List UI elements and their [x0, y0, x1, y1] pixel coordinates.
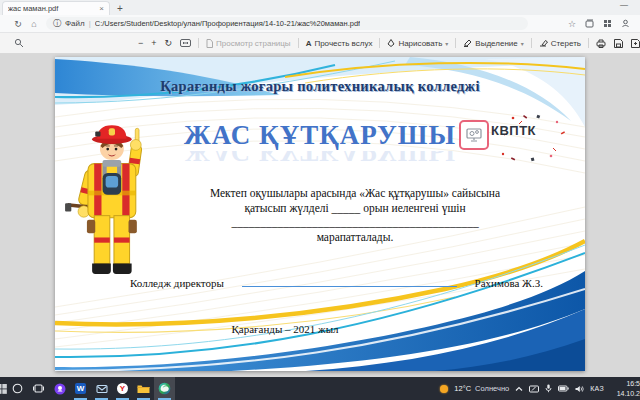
print-button[interactable] [592, 39, 610, 48]
weather-sun-icon[interactable] [440, 385, 448, 393]
read-aloud-icon: A [306, 39, 312, 48]
read-aloud-button[interactable]: A Прочесть вслух [302, 39, 377, 48]
tab-close-icon[interactable]: × [99, 5, 104, 13]
pdf-toolbar: − + ↻ Просмотр страницы A Прочесть вслух… [0, 33, 640, 54]
tab-pdf[interactable]: жас маман.pdf × [2, 1, 110, 15]
volume-icon[interactable] [575, 385, 584, 393]
battery-icon[interactable] [558, 385, 569, 392]
zoom-in-button[interactable]: + [147, 38, 160, 48]
certificate-footer: Қарағанды – 2021 жыл [55, 323, 515, 335]
college-title: Қарағанды жоғары политехникалық колледжі [55, 78, 585, 95]
yandex-taskbar-icon[interactable]: Y [112, 377, 133, 400]
clock-time: 16:5 [626, 380, 640, 387]
save-as-button[interactable] [627, 39, 640, 48]
printer-icon [596, 39, 606, 48]
file-protocol-label: Файл [65, 19, 85, 28]
taskbar-clock[interactable]: 16:5 14.10.2 [610, 379, 640, 398]
favorites-star-icon[interactable]: ☆ [568, 19, 576, 29]
body-line-4: марапатталады. [145, 230, 565, 245]
profile-icon[interactable] [621, 19, 630, 28]
weather-temperature[interactable]: 12°C [454, 384, 471, 393]
clock-date: 14.10.2 [617, 390, 640, 397]
pen-display-icon[interactable] [529, 385, 539, 393]
show-hidden-icons-chevron[interactable] [515, 386, 523, 392]
eraser-icon [539, 39, 548, 47]
body-line-2: қатысып жүлделі _____ орын иеленгені үші… [145, 201, 565, 216]
signature-line [242, 276, 457, 287]
rotate-icon[interactable]: ↻ [161, 38, 177, 48]
director-name: Рахимова Ж.З. [475, 277, 543, 289]
mail-taskbar-icon[interactable] [91, 377, 112, 400]
pen-icon [387, 39, 395, 47]
kvptk-logo: КВПТК [453, 114, 569, 166]
tab-title: жас маман.pdf [8, 4, 95, 13]
draw-button[interactable]: Нарисовать ▾ [383, 39, 452, 48]
search-icon[interactable] [14, 38, 24, 48]
save-as-icon [631, 39, 640, 48]
browser-tab-bar: жас маман.pdf × + — [0, 0, 640, 15]
signature-row: Колледж директоры Рахимова Ж.З. [130, 276, 543, 289]
url-text: C:/Users/Student/Desktop/улан/Профориент… [95, 19, 360, 28]
kvptk-logo-text: КВПТК [491, 123, 536, 138]
page-icon [206, 39, 213, 48]
page-info-icon[interactable]: ⓘ [53, 18, 61, 29]
file-explorer-icon[interactable] [133, 377, 154, 400]
home-icon[interactable]: ⌂ [26, 19, 42, 29]
erase-button[interactable]: Стереть [535, 39, 585, 48]
save-button[interactable] [610, 39, 627, 48]
app-icon-purple[interactable] [49, 377, 70, 400]
system-tray: 12°C Солнечно КАЗ 16:5 14.10.2 [440, 379, 640, 398]
desktop-screen: жас маман.pdf × + — ↻ ⌂ ⓘ Файл | C:/User… [0, 0, 640, 400]
chevron-down-icon[interactable]: ▾ [521, 40, 524, 47]
url-field[interactable]: ⓘ Файл | C:/Users/Student/Desktop/улан/П… [46, 17, 528, 30]
microphone-icon[interactable] [545, 384, 552, 393]
body-line-1: Мектеп оқушылары арасында «Жас құтқарушы… [145, 186, 565, 201]
windows-taskbar: W Y 12°C Солнечно [0, 377, 640, 400]
refresh-icon[interactable]: ↻ [10, 19, 26, 29]
floppy-icon [614, 39, 623, 48]
highlight-button[interactable]: Выделение ▾ [459, 39, 527, 48]
pdf-viewport[interactable]: Қарағанды жоғары политехникалық колледжі… [0, 54, 640, 377]
zoom-out-button[interactable]: − [134, 38, 147, 48]
chevron-down-icon[interactable]: ▾ [445, 40, 448, 47]
start-button[interactable] [0, 377, 7, 400]
window-minimize-button[interactable]: — [620, 0, 628, 9]
director-label: Колледж директоры [130, 277, 224, 289]
cortana-search-button[interactable] [7, 377, 28, 400]
page-view-button[interactable]: Просмотр страницы [202, 39, 295, 48]
highlighter-icon [463, 39, 472, 47]
word-taskbar-icon[interactable]: W [70, 377, 91, 400]
certificate-page: Қарағанды жоғары политехникалық колледжі… [55, 57, 585, 371]
task-view-button[interactable] [28, 377, 49, 400]
language-indicator[interactable]: КАЗ [590, 385, 604, 392]
collections-icon[interactable] [585, 19, 594, 28]
fill-in-line: ________________________________________… [145, 216, 565, 229]
weather-condition[interactable]: Солнечно [475, 384, 509, 393]
apps-grid-icon[interactable] [603, 19, 612, 28]
edge-taskbar-icon[interactable] [154, 377, 175, 400]
fit-to-width-icon[interactable] [176, 39, 195, 47]
new-tab-button[interactable]: + [117, 3, 123, 15]
address-separator: | [89, 19, 91, 28]
address-bar: ↻ ⌂ ⓘ Файл | C:/Users/Student/Desktop/ул… [0, 15, 640, 33]
kvptk-monitor-icon [459, 120, 489, 150]
certificate-body: Мектеп оқушылары арасында «Жас құтқарушы… [145, 186, 565, 245]
